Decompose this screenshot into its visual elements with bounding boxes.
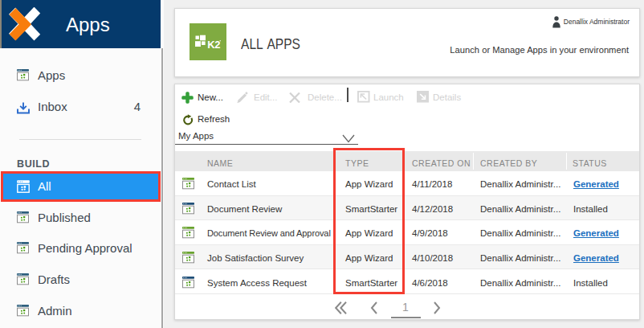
svg-text:K2: K2 <box>207 39 220 51</box>
